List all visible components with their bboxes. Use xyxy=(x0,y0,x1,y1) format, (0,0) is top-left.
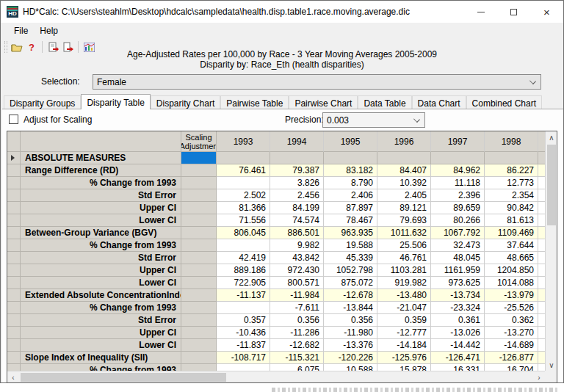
value-cell[interactable] xyxy=(270,152,324,164)
row-header-cell[interactable] xyxy=(7,289,21,302)
value-cell[interactable]: 45.339 xyxy=(324,252,377,264)
value-cell[interactable]: 43.842 xyxy=(270,252,324,264)
value-cell[interactable] xyxy=(431,152,485,164)
row-header-cell[interactable] xyxy=(7,227,21,239)
value-cell[interactable]: -11.980 xyxy=(324,327,377,339)
vertical-scroll-thumb[interactable] xyxy=(547,145,556,225)
row-header-cell[interactable] xyxy=(7,364,21,371)
value-cell[interactable]: 2.456 xyxy=(270,189,324,202)
value-cell[interactable]: 90.842 xyxy=(485,202,538,214)
tab-data-chart[interactable]: Data Chart xyxy=(412,95,466,109)
value-cell[interactable]: 87.897 xyxy=(324,202,377,214)
row-label-cell[interactable]: Upper CI xyxy=(21,327,181,339)
value-cell[interactable]: 1067.792 xyxy=(431,227,485,239)
value-cell[interactable]: 886.501 xyxy=(270,227,324,239)
value-cell[interactable]: 80.266 xyxy=(431,214,485,227)
row-label-cell[interactable]: Lower CI xyxy=(21,214,181,227)
row-header-cell[interactable] xyxy=(7,277,21,289)
scaling-adjustment-cell[interactable] xyxy=(181,339,217,352)
value-cell[interactable]: -108.717 xyxy=(217,352,270,364)
row-label-cell[interactable]: ABSOLUTE MEASURES xyxy=(21,152,181,164)
row-label-cell[interactable]: Std Error xyxy=(21,314,181,327)
value-cell[interactable]: -10.436 xyxy=(217,327,270,339)
scroll-right-icon[interactable]: › xyxy=(533,371,545,383)
value-cell[interactable] xyxy=(217,239,270,252)
value-cell[interactable]: 84.962 xyxy=(431,164,485,177)
value-cell[interactable]: -126.471 xyxy=(431,352,485,364)
value-cell[interactable]: -25.526 xyxy=(485,302,538,314)
value-cell[interactable] xyxy=(217,364,270,371)
value-cell[interactable]: 2.406 xyxy=(324,189,377,202)
scaling-adjustment-cell[interactable] xyxy=(181,289,217,302)
value-cell[interactable]: 74.574 xyxy=(270,214,324,227)
scaling-adjustment-cell[interactable] xyxy=(181,164,217,177)
value-cell[interactable]: 79.387 xyxy=(270,164,324,177)
year-column-header[interactable]: 1998 xyxy=(485,131,538,152)
value-cell[interactable]: 8.790 xyxy=(324,177,377,189)
row-label-cell[interactable]: Upper CI xyxy=(21,202,181,214)
value-cell[interactable]: 11.118 xyxy=(431,177,485,189)
scaling-adjustment-cell[interactable] xyxy=(181,214,217,227)
value-cell[interactable]: -13.270 xyxy=(485,327,538,339)
row-header-cell[interactable] xyxy=(7,152,21,164)
value-cell[interactable]: -14.689 xyxy=(485,339,538,352)
row-header-cell[interactable] xyxy=(7,264,21,277)
row-label-cell[interactable]: Std Error xyxy=(21,189,181,202)
row-label-cell[interactable]: Range Difference (RD) xyxy=(21,164,181,177)
scaling-adjustment-cell[interactable] xyxy=(181,277,217,289)
year-column-header[interactable]: 1995 xyxy=(324,131,377,152)
value-cell[interactable]: 722.905 xyxy=(217,277,270,289)
tab-disparity-groups[interactable]: Disparity Groups xyxy=(4,95,81,109)
adjust-for-scaling-checkbox[interactable] xyxy=(9,115,18,124)
row-header-cell[interactable] xyxy=(7,339,21,352)
value-cell[interactable]: -12.682 xyxy=(270,339,324,352)
value-cell[interactable]: 10.588 xyxy=(324,364,377,371)
grid-corner-cell[interactable] xyxy=(7,131,21,152)
row-header-cell[interactable] xyxy=(7,239,21,252)
value-cell[interactable]: 919.982 xyxy=(377,277,431,289)
value-cell[interactable]: 48.665 xyxy=(485,252,538,264)
value-cell[interactable]: 83.182 xyxy=(324,164,377,177)
value-cell[interactable]: 12.773 xyxy=(485,177,538,189)
value-cell[interactable]: -21.047 xyxy=(377,302,431,314)
year-column-header[interactable]: 1993 xyxy=(217,131,270,152)
scaling-adjustment-cell[interactable] xyxy=(181,264,217,277)
value-cell[interactable]: 81.613 xyxy=(485,214,538,227)
scaling-adjustment-cell[interactable] xyxy=(181,227,217,239)
value-cell[interactable]: 37.644 xyxy=(485,239,538,252)
value-cell[interactable]: -13.979 xyxy=(485,289,538,302)
value-cell[interactable]: -12.777 xyxy=(377,327,431,339)
scaling-adjustment-cell[interactable] xyxy=(181,252,217,264)
value-cell[interactable]: 78.467 xyxy=(324,214,377,227)
row-header-cell[interactable] xyxy=(7,214,21,227)
row-label-cell[interactable]: Between-Group Variance (BGV) xyxy=(21,227,181,239)
value-cell[interactable]: -11.137 xyxy=(217,289,270,302)
row-header-cell[interactable] xyxy=(7,302,21,314)
horizontal-scroll-thumb[interactable] xyxy=(21,373,226,382)
scroll-up-icon[interactable]: ∧ xyxy=(546,131,557,143)
value-cell[interactable]: -115.321 xyxy=(270,352,324,364)
row-header-cell[interactable] xyxy=(7,352,21,364)
row-label-cell[interactable]: % Change from 1993 xyxy=(21,302,181,314)
scaling-adjustment-cell[interactable] xyxy=(181,314,217,327)
value-cell[interactable]: 800.571 xyxy=(270,277,324,289)
scroll-down-icon[interactable]: ∨ xyxy=(546,359,557,371)
value-cell[interactable]: 9.982 xyxy=(270,239,324,252)
tab-disparity-table[interactable]: Disparity Table xyxy=(81,94,150,109)
value-cell[interactable]: 0.361 xyxy=(431,314,485,327)
value-cell[interactable]: -13.844 xyxy=(324,302,377,314)
value-cell[interactable]: -13.734 xyxy=(431,289,485,302)
value-cell[interactable]: 2.396 xyxy=(431,189,485,202)
value-cell[interactable]: 16.704 xyxy=(485,364,538,371)
value-cell[interactable]: 972.430 xyxy=(270,264,324,277)
scaling-adjustment-cell[interactable] xyxy=(181,189,217,202)
value-cell[interactable]: 42.419 xyxy=(217,252,270,264)
value-cell[interactable]: 19.588 xyxy=(324,239,377,252)
value-cell[interactable] xyxy=(485,152,538,164)
scaling-adjustment-cell[interactable] xyxy=(181,202,217,214)
scaling-adjustment-cell[interactable] xyxy=(181,177,217,189)
value-cell[interactable]: 6.075 xyxy=(270,364,324,371)
value-cell[interactable]: 71.556 xyxy=(217,214,270,227)
value-cell[interactable]: -126.877 xyxy=(485,352,538,364)
tab-pairwise-table[interactable]: Pairwise Table xyxy=(220,95,289,109)
